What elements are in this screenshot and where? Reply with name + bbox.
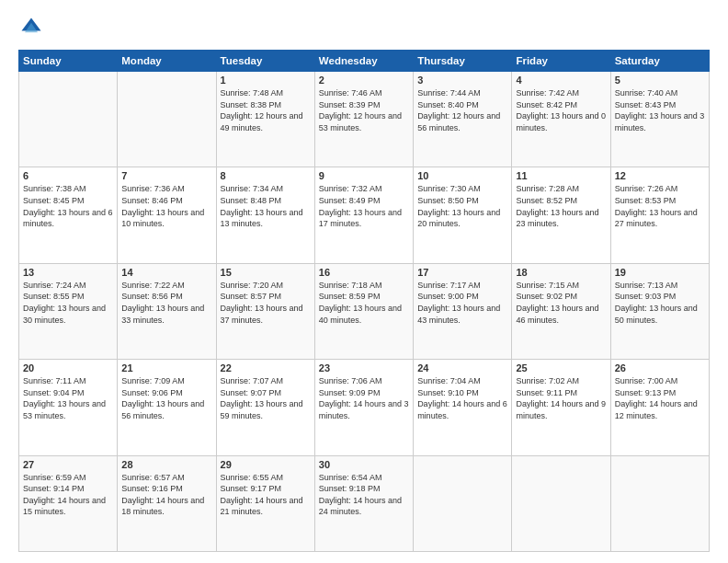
day-number: 11 [516,170,606,181]
table-row: 10Sunrise: 7:30 AM Sunset: 8:50 PM Dayli… [414,167,512,263]
day-number: 27 [23,459,113,470]
day-number: 6 [23,170,113,181]
day-number: 14 [121,267,211,278]
day-number: 9 [319,170,409,181]
table-row: 27Sunrise: 6:59 AM Sunset: 9:14 PM Dayli… [19,455,118,551]
table-row: 25Sunrise: 7:02 AM Sunset: 9:11 PM Dayli… [512,360,610,455]
day-info: Sunrise: 7:17 AM Sunset: 9:00 PM Dayligh… [417,280,507,326]
day-number: 25 [516,362,606,373]
day-number: 4 [516,75,606,86]
day-number: 28 [121,459,211,470]
day-info: Sunrise: 7:11 AM Sunset: 9:04 PM Dayligh… [23,375,113,421]
day-number: 3 [417,75,507,86]
table-row: 16Sunrise: 7:18 AM Sunset: 8:59 PM Dayli… [314,263,413,359]
table-row: 9Sunrise: 7:32 AM Sunset: 8:49 PM Daylig… [314,167,413,263]
table-row: 19Sunrise: 7:13 AM Sunset: 9:03 PM Dayli… [610,263,709,359]
day-info: Sunrise: 7:18 AM Sunset: 8:59 PM Dayligh… [319,280,409,326]
calendar-table: Sunday Monday Tuesday Wednesday Thursday… [18,50,710,552]
day-info: Sunrise: 7:32 AM Sunset: 8:49 PM Dayligh… [319,183,409,229]
table-row: 26Sunrise: 7:00 AM Sunset: 9:13 PM Dayli… [610,360,709,455]
table-row: 22Sunrise: 7:07 AM Sunset: 9:07 PM Dayli… [216,360,314,455]
table-row [414,455,512,551]
day-info: Sunrise: 7:22 AM Sunset: 8:56 PM Dayligh… [121,280,211,326]
table-row [512,455,610,551]
day-info: Sunrise: 7:36 AM Sunset: 8:46 PM Dayligh… [121,183,211,229]
col-friday: Friday [512,51,610,72]
day-number: 30 [319,459,409,470]
table-row: 15Sunrise: 7:20 AM Sunset: 8:57 PM Dayli… [216,263,314,359]
day-info: Sunrise: 7:30 AM Sunset: 8:50 PM Dayligh… [417,183,507,229]
table-row: 5Sunrise: 7:40 AM Sunset: 8:43 PM Daylig… [610,72,709,167]
table-row: 20Sunrise: 7:11 AM Sunset: 9:04 PM Dayli… [19,360,118,455]
day-number: 24 [417,362,507,373]
col-monday: Monday [118,51,216,72]
table-row: 23Sunrise: 7:06 AM Sunset: 9:09 PM Dayli… [314,360,413,455]
day-number: 12 [615,170,705,181]
logo-icon [18,15,44,40]
day-info: Sunrise: 7:34 AM Sunset: 8:48 PM Dayligh… [221,183,311,229]
header [18,15,710,40]
logo [18,15,48,40]
day-number: 1 [221,75,311,86]
day-number: 13 [23,267,113,278]
day-info: Sunrise: 7:13 AM Sunset: 9:03 PM Dayligh… [615,280,705,326]
day-info: Sunrise: 7:00 AM Sunset: 9:13 PM Dayligh… [615,375,705,421]
table-row: 28Sunrise: 6:57 AM Sunset: 9:16 PM Dayli… [118,455,216,551]
calendar-week-row: 1Sunrise: 7:48 AM Sunset: 8:38 PM Daylig… [19,72,710,167]
day-number: 23 [319,362,409,373]
day-number: 2 [319,75,409,86]
calendar-week-row: 6Sunrise: 7:38 AM Sunset: 8:45 PM Daylig… [19,167,710,263]
table-row: 1Sunrise: 7:48 AM Sunset: 8:38 PM Daylig… [216,72,314,167]
table-row: 8Sunrise: 7:34 AM Sunset: 8:48 PM Daylig… [216,167,314,263]
col-wednesday: Wednesday [314,51,413,72]
table-row: 6Sunrise: 7:38 AM Sunset: 8:45 PM Daylig… [19,167,118,263]
page: Sunday Monday Tuesday Wednesday Thursday… [0,0,728,563]
day-info: Sunrise: 6:54 AM Sunset: 9:18 PM Dayligh… [319,472,409,518]
table-row: 14Sunrise: 7:22 AM Sunset: 8:56 PM Dayli… [118,263,216,359]
day-number: 19 [615,267,705,278]
day-info: Sunrise: 7:24 AM Sunset: 8:55 PM Dayligh… [23,280,113,326]
day-number: 26 [615,362,705,373]
table-row [19,72,118,167]
day-info: Sunrise: 7:09 AM Sunset: 9:06 PM Dayligh… [121,375,211,421]
col-tuesday: Tuesday [216,51,314,72]
table-row: 18Sunrise: 7:15 AM Sunset: 9:02 PM Dayli… [512,263,610,359]
table-row [118,72,216,167]
day-info: Sunrise: 7:02 AM Sunset: 9:11 PM Dayligh… [516,375,606,421]
day-number: 20 [23,362,113,373]
day-info: Sunrise: 7:38 AM Sunset: 8:45 PM Dayligh… [23,183,113,229]
day-number: 5 [615,75,705,86]
calendar-header-row: Sunday Monday Tuesday Wednesday Thursday… [19,51,710,72]
day-info: Sunrise: 7:42 AM Sunset: 8:42 PM Dayligh… [516,87,606,133]
day-info: Sunrise: 7:28 AM Sunset: 8:52 PM Dayligh… [516,183,606,229]
table-row: 30Sunrise: 6:54 AM Sunset: 9:18 PM Dayli… [314,455,413,551]
day-info: Sunrise: 7:07 AM Sunset: 9:07 PM Dayligh… [221,375,311,421]
col-thursday: Thursday [414,51,512,72]
table-row: 7Sunrise: 7:36 AM Sunset: 8:46 PM Daylig… [118,167,216,263]
day-number: 8 [221,170,311,181]
table-row: 11Sunrise: 7:28 AM Sunset: 8:52 PM Dayli… [512,167,610,263]
day-number: 16 [319,267,409,278]
day-info: Sunrise: 6:55 AM Sunset: 9:17 PM Dayligh… [221,472,311,518]
day-info: Sunrise: 7:46 AM Sunset: 8:39 PM Dayligh… [319,87,409,133]
table-row: 2Sunrise: 7:46 AM Sunset: 8:39 PM Daylig… [314,72,413,167]
day-info: Sunrise: 7:04 AM Sunset: 9:10 PM Dayligh… [417,375,507,421]
calendar-week-row: 20Sunrise: 7:11 AM Sunset: 9:04 PM Dayli… [19,360,710,455]
calendar-week-row: 27Sunrise: 6:59 AM Sunset: 9:14 PM Dayli… [19,455,710,551]
day-info: Sunrise: 7:26 AM Sunset: 8:53 PM Dayligh… [615,183,705,229]
table-row: 17Sunrise: 7:17 AM Sunset: 9:00 PM Dayli… [414,263,512,359]
calendar-week-row: 13Sunrise: 7:24 AM Sunset: 8:55 PM Dayli… [19,263,710,359]
day-number: 17 [417,267,507,278]
table-row [610,455,709,551]
table-row: 13Sunrise: 7:24 AM Sunset: 8:55 PM Dayli… [19,263,118,359]
col-saturday: Saturday [610,51,709,72]
day-info: Sunrise: 7:44 AM Sunset: 8:40 PM Dayligh… [417,87,507,133]
day-number: 7 [121,170,211,181]
day-number: 18 [516,267,606,278]
table-row: 3Sunrise: 7:44 AM Sunset: 8:40 PM Daylig… [414,72,512,167]
day-number: 15 [221,267,311,278]
day-number: 29 [221,459,311,470]
table-row: 12Sunrise: 7:26 AM Sunset: 8:53 PM Dayli… [610,167,709,263]
day-number: 10 [417,170,507,181]
day-number: 21 [121,362,211,373]
